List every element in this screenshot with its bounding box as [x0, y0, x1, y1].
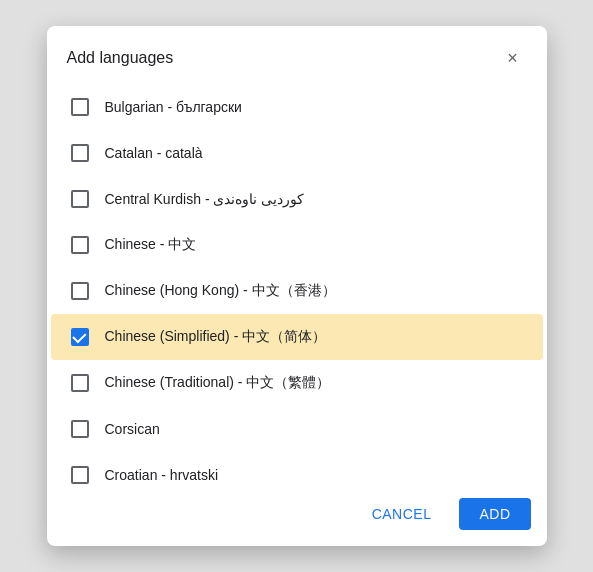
list-item[interactable]: Central Kurdish - کوردیی ناوەندی	[51, 176, 543, 222]
checkbox[interactable]	[71, 144, 89, 162]
dialog-title: Add languages	[67, 49, 174, 67]
dialog-header: Add languages ×	[47, 26, 547, 84]
checkbox[interactable]	[71, 420, 89, 438]
cancel-button[interactable]: CANCEL	[352, 498, 452, 530]
language-label: Corsican	[105, 421, 160, 437]
add-languages-dialog: Add languages × Bulgarian - българскиCat…	[47, 26, 547, 546]
list-item[interactable]: Chinese (Simplified) - 中文（简体）	[51, 314, 543, 360]
language-label: Central Kurdish - کوردیی ناوەندی	[105, 191, 305, 207]
language-label: Chinese (Traditional) - 中文（繁體）	[105, 374, 331, 392]
language-label: Chinese (Simplified) - 中文（简体）	[105, 328, 327, 346]
language-label: Chinese (Hong Kong) - 中文（香港）	[105, 282, 336, 300]
dialog-footer: CANCEL ADD	[47, 486, 547, 546]
checkbox[interactable]	[71, 466, 89, 484]
add-button[interactable]: ADD	[459, 498, 530, 530]
language-label: Croatian - hrvatski	[105, 467, 219, 483]
language-label: Bulgarian - български	[105, 99, 242, 115]
language-list: Bulgarian - българскиCatalan - catalàCen…	[47, 84, 547, 486]
list-item[interactable]: Chinese - 中文	[51, 222, 543, 268]
list-item[interactable]: Corsican	[51, 406, 543, 452]
checkbox[interactable]	[71, 236, 89, 254]
list-item[interactable]: Catalan - català	[51, 130, 543, 176]
checkbox[interactable]	[71, 374, 89, 392]
checkbox[interactable]	[71, 282, 89, 300]
list-item[interactable]: Chinese (Hong Kong) - 中文（香港）	[51, 268, 543, 314]
list-item[interactable]: Chinese (Traditional) - 中文（繁體）	[51, 360, 543, 406]
checkbox[interactable]	[71, 328, 89, 346]
language-label: Catalan - català	[105, 145, 203, 161]
close-button[interactable]: ×	[499, 44, 527, 72]
checkbox[interactable]	[71, 190, 89, 208]
list-item[interactable]: Croatian - hrvatski	[51, 452, 543, 486]
language-label: Chinese - 中文	[105, 236, 197, 254]
list-item[interactable]: Bulgarian - български	[51, 84, 543, 130]
checkbox[interactable]	[71, 98, 89, 116]
